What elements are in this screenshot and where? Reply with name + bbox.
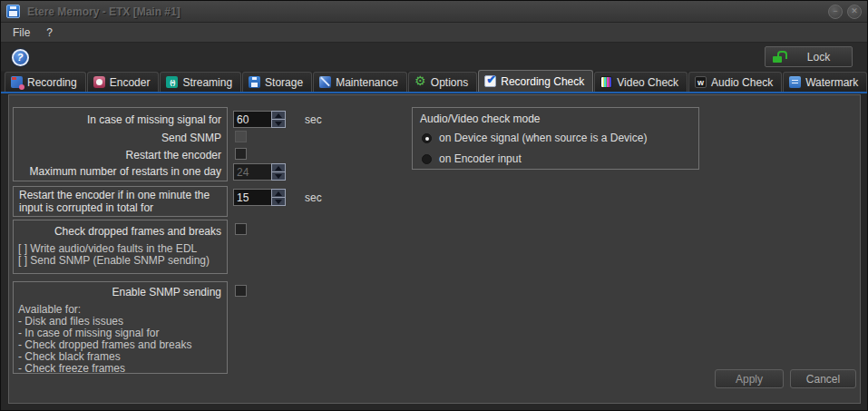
tab-encoder[interactable]: Encoder [87,72,160,92]
check-mode-group: Audio/Video check mode on Device signal … [412,107,699,170]
radio-selected-icon[interactable] [422,133,432,143]
dropped-frames-checkbox[interactable] [235,223,247,235]
missing-signal-unit: sec [305,113,322,126]
lock-icon [773,51,785,63]
tab-label: Video Check [617,76,678,89]
tab-label: Audio Check [711,76,773,89]
spin-up-icon[interactable] [272,164,285,172]
color-bars-icon [600,76,612,88]
missing-signal-input[interactable] [233,111,271,128]
corrupted-spinner[interactable] [271,189,286,206]
radio-label: on Encoder input [439,152,522,165]
tab-label: Recording Check [501,75,584,88]
snmp-sending-group: Enable SNMP sending Available for: - Dis… [13,281,228,374]
menu-file[interactable]: File [5,24,38,41]
tab-audio-check[interactable]: Audio Check [688,72,782,92]
lock-button[interactable]: Lock [765,46,853,67]
title-bar: Etere Memory - ETX [Main #1] [1,1,867,23]
streaming-icon [166,76,178,88]
help-button[interactable] [9,46,31,68]
spin-down-icon[interactable] [272,120,285,127]
send-snmp-label: Send SNMP [161,132,221,144]
waveform-icon [695,76,707,88]
toolbar: Lock [1,43,867,71]
radio-icon[interactable] [422,154,432,164]
dropped-frames-group: Check dropped frames and breaks [ ] Writ… [13,220,228,274]
tab-label: Encoder [110,76,151,89]
document-icon [789,76,801,88]
max-restarts-input[interactable] [233,163,271,181]
app-icon [6,5,20,18]
corrupted-unit: sec [305,191,322,204]
snmp-sending-checkbox[interactable] [235,285,247,297]
max-restarts-field [233,163,286,181]
snmp-available-line: - Check freeze frames [18,363,191,375]
tab-streaming[interactable]: Streaming [160,72,241,92]
tab-video-check[interactable]: Video Check [594,72,688,92]
max-restarts-spinner[interactable] [271,163,286,181]
spin-down-icon[interactable] [272,198,285,205]
tab-label: Options [431,76,468,89]
help-icon [12,49,29,66]
restart-encoder-checkbox[interactable] [235,148,247,160]
dropped-frames-label: Check dropped frames and breaks [54,225,221,238]
tab-strip: Recording Encoder Streaming Storage Main… [1,72,867,93]
spin-up-icon[interactable] [272,190,285,198]
tab-recording[interactable]: Recording [5,72,86,92]
missing-signal-label: In case of missing signal for [87,113,221,126]
restart-encoder-label: Restart the encoder [126,149,221,161]
radio-label: on Device signal (when source is a Devic… [439,132,647,144]
maintenance-icon [319,76,331,88]
spin-down-icon[interactable] [272,172,285,180]
close-icon[interactable] [847,5,862,19]
corrupted-input-label: Restart the encoder if in one minute the… [14,187,227,216]
check-mode-option-encoder[interactable]: on Encoder input [422,152,522,165]
corrupted-input[interactable] [233,189,271,206]
tab-storage[interactable]: Storage [242,72,312,92]
recording-icon [11,76,23,88]
corrupted-input-group: Restart the encoder if in one minute the… [13,186,228,217]
corrupted-field [233,189,286,206]
spin-up-icon[interactable] [272,112,285,120]
tab-label: Watermark [805,76,858,89]
check-mode-label: Audio/Video check mode [420,113,541,125]
tab-watermark[interactable]: Watermark [783,72,867,92]
tab-options[interactable]: Options [408,72,477,92]
dropped-frames-line: [ ] Send SNMP (Enable SNMP sending) [18,255,210,267]
check-mode-option-device[interactable]: on Device signal (when source is a Devic… [422,132,647,144]
gear-icon [414,76,426,88]
menu-help[interactable]: ? [38,24,61,41]
tab-recording-check[interactable]: Recording Check [478,70,593,92]
snmp-sending-label: Enable SNMP sending [112,286,221,298]
tab-label: Maintenance [336,76,398,89]
minimize-icon[interactable] [828,5,843,19]
window-title: Etere Memory - ETX [Main #1] [27,5,180,18]
missing-signal-field [233,111,286,128]
lock-button-label: Lock [785,51,852,64]
checkbox-check-icon [484,75,496,87]
storage-icon [249,76,260,88]
send-snmp-checkbox[interactable] [235,131,247,142]
app-window: Etere Memory - ETX [Main #1] File ? Lock… [0,0,868,411]
missing-signal-spinner[interactable] [271,111,286,128]
cancel-button[interactable]: Cancel [790,369,856,388]
tab-label: Storage [265,76,303,89]
recording-check-panel: In case of missing signal for Send SNMP … [8,94,861,404]
apply-button[interactable]: Apply [715,369,784,388]
tab-label: Streaming [182,76,232,89]
max-restarts-label: Maximum number of restarts in one day [30,165,221,178]
menu-bar: File ? [1,23,867,43]
tab-label: Recording [27,76,77,89]
encoder-icon [93,76,105,88]
missing-signal-group: In case of missing signal for Send SNMP … [13,107,228,181]
tab-maintenance[interactable]: Maintenance [313,72,407,92]
